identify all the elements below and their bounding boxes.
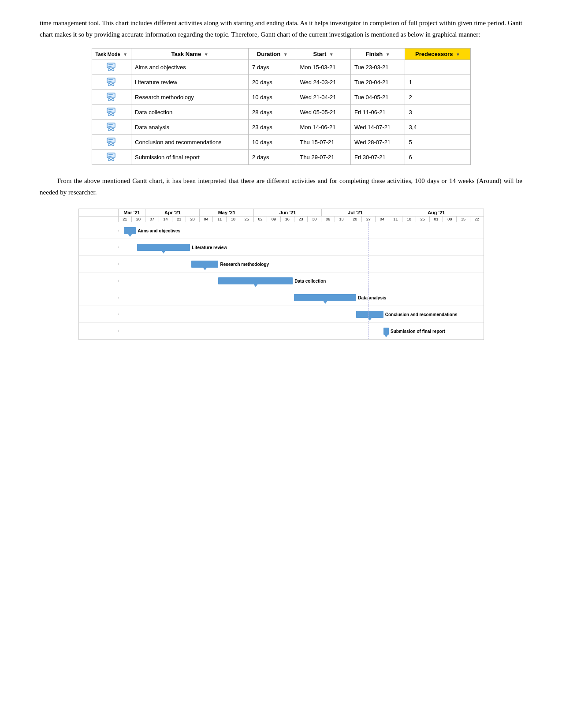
svg-rect-14 bbox=[108, 96, 112, 97]
gantt-row-label bbox=[79, 330, 119, 332]
gantt-body: Aims and objectivesLiterature reviewRese… bbox=[79, 222, 484, 340]
gantt-vline bbox=[368, 306, 369, 322]
gantt-week-label: 04 bbox=[376, 217, 389, 222]
task-mode-icon-cell bbox=[92, 75, 131, 90]
gantt-task-row: Submission of final report bbox=[79, 323, 484, 340]
gantt-bar bbox=[356, 311, 383, 318]
intro-paragraph: time management tool. This chart include… bbox=[40, 18, 522, 40]
svg-point-39 bbox=[108, 159, 110, 161]
svg-point-28 bbox=[112, 129, 114, 131]
task-mode-icon bbox=[107, 62, 116, 71]
th-task-mode: Task Mode ▼ bbox=[92, 49, 131, 60]
gantt-week-label: 09 bbox=[267, 217, 281, 222]
gantt-vline bbox=[368, 239, 369, 255]
start-cell: Mon 14-06-21 bbox=[296, 120, 351, 135]
start-cell: Wed 24-03-21 bbox=[296, 75, 351, 90]
task-mode-icon-cell bbox=[92, 105, 131, 120]
gantt-week-label: 06 bbox=[321, 217, 335, 222]
gantt-months: Mar '21Apr '21May '21Jun '21Jul '21Aug '… bbox=[119, 209, 484, 216]
svg-point-10 bbox=[112, 84, 114, 86]
task-mode-icon-cell bbox=[92, 90, 131, 105]
gantt-month-label: Apr '21 bbox=[145, 209, 200, 216]
duration-cell: 2 days bbox=[249, 150, 296, 165]
svg-rect-1 bbox=[108, 64, 113, 65]
table-row: Research methodology10 daysWed 21-04-21T… bbox=[92, 90, 470, 105]
gantt-row-label bbox=[79, 314, 119, 315]
start-cell: Wed 21-04-21 bbox=[296, 90, 351, 105]
gantt-vline bbox=[368, 289, 369, 306]
gantt-row-label bbox=[79, 246, 119, 248]
svg-rect-36 bbox=[107, 153, 115, 158]
gantt-task-row: Aims and objectives bbox=[79, 222, 484, 239]
task-name-cell: Conclusion and recommendations bbox=[131, 135, 249, 150]
gantt-week-label: 14 bbox=[159, 217, 173, 222]
duration-cell: 23 days bbox=[249, 120, 296, 135]
outro-paragraph: From the above mentioned Gantt chart, it… bbox=[40, 175, 522, 198]
th-finish: Finish ▼ bbox=[350, 49, 405, 60]
svg-rect-0 bbox=[107, 63, 115, 68]
gantt-row-cells: Data analysis bbox=[119, 289, 484, 306]
gantt-row-cells: Submission of final report bbox=[119, 323, 484, 339]
svg-rect-12 bbox=[107, 93, 115, 98]
svg-point-21 bbox=[108, 114, 110, 116]
task-name-cell: Submission of final report bbox=[131, 150, 249, 165]
task-mode-icon bbox=[107, 137, 116, 146]
gantt-week-label: 28 bbox=[186, 217, 200, 222]
predecessors-cell bbox=[405, 60, 470, 75]
th-task-mode-sort: ▼ bbox=[123, 52, 127, 57]
gantt-week-label: 27 bbox=[362, 217, 376, 222]
table-row: Submission of final report2 daysThu 29-0… bbox=[92, 150, 470, 165]
gantt-vline bbox=[368, 222, 369, 239]
gantt-bar-arrow bbox=[253, 284, 258, 287]
task-name-cell: Data collection bbox=[131, 105, 249, 120]
th-duration: Duration ▼ bbox=[249, 49, 296, 60]
predecessors-cell: 6 bbox=[405, 150, 470, 165]
gantt-bar-arrow bbox=[203, 267, 207, 270]
th-duration-label: Duration bbox=[257, 51, 280, 57]
gantt-label-spacer2 bbox=[79, 217, 119, 222]
gantt-week-label: 25 bbox=[240, 217, 254, 222]
svg-rect-7 bbox=[108, 79, 113, 80]
gantt-table-wrapper: Task Mode ▼ Task Name ▼ Duration ▼ Start… bbox=[92, 48, 471, 165]
task-mode-icon-cell bbox=[92, 60, 131, 75]
gantt-row-label bbox=[79, 230, 119, 231]
th-task-name-label: Task Name bbox=[171, 51, 201, 57]
gantt-week-label: 11 bbox=[389, 217, 403, 222]
gantt-month-label: Aug '21 bbox=[389, 209, 483, 216]
th-finish-label: Finish bbox=[366, 51, 383, 57]
gantt-row-cells: Research methodology bbox=[119, 256, 484, 272]
gantt-week-label: 21 bbox=[119, 217, 132, 222]
svg-rect-20 bbox=[108, 111, 112, 112]
svg-rect-13 bbox=[108, 94, 113, 95]
gantt-chart: Mar '21Apr '21May '21Jun '21Jul '21Aug '… bbox=[78, 209, 484, 340]
duration-cell: 28 days bbox=[249, 105, 296, 120]
gantt-bar bbox=[294, 294, 356, 301]
gantt-bar-label: Conclusion and recommendations bbox=[385, 312, 458, 317]
gantt-week-label: 18 bbox=[227, 217, 240, 222]
gantt-task-row: Data collection bbox=[79, 273, 484, 289]
gantt-row-cells: Data collection bbox=[119, 273, 484, 289]
task-mode-icon bbox=[107, 92, 116, 101]
gantt-task-row: Literature review bbox=[79, 239, 484, 256]
svg-point-27 bbox=[108, 129, 110, 131]
svg-rect-19 bbox=[108, 109, 113, 110]
task-mode-icon bbox=[107, 152, 116, 161]
gantt-bar-label: Aims and objectives bbox=[138, 228, 181, 233]
task-mode-icon bbox=[107, 77, 116, 86]
gantt-week-label: 11 bbox=[213, 217, 227, 222]
svg-rect-32 bbox=[108, 141, 112, 142]
gantt-vline bbox=[368, 256, 369, 272]
predecessors-cell: 3 bbox=[405, 105, 470, 120]
gantt-bar bbox=[124, 227, 136, 234]
table-row: Literature review20 daysWed 24-03-21Tue … bbox=[92, 75, 470, 90]
gantt-bar-label: Submission of final report bbox=[391, 329, 445, 333]
svg-point-40 bbox=[112, 159, 114, 161]
predecessors-cell: 3,4 bbox=[405, 120, 470, 135]
gantt-week-label: 28 bbox=[132, 217, 145, 222]
th-task-mode-label: Task Mode bbox=[96, 52, 120, 57]
svg-point-9 bbox=[108, 84, 110, 86]
gantt-label-spacer bbox=[79, 209, 119, 216]
th-task-name: Task Name ▼ bbox=[131, 49, 249, 60]
gantt-month-label: Jul '21 bbox=[322, 209, 389, 216]
svg-point-33 bbox=[108, 144, 110, 146]
